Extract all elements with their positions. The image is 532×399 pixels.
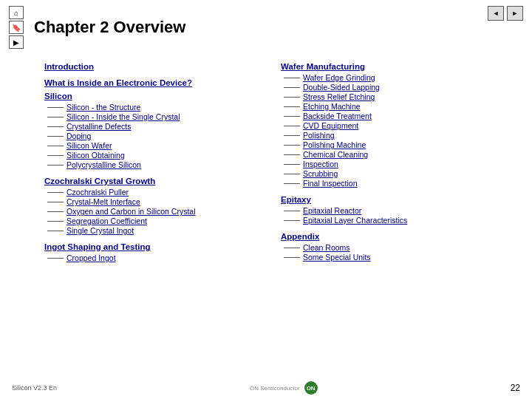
line-indicator [284, 154, 300, 155]
list-item[interactable]: Polishing [281, 131, 488, 140]
section-ingot-shaping[interactable]: Ingot Shaping and Testing [44, 242, 251, 251]
line-indicator [47, 231, 64, 231]
section-epitaxy[interactable]: Epitaxy [281, 195, 488, 204]
section-introduction[interactable]: Introduction [44, 62, 251, 71]
list-item[interactable]: Chemical Cleaning [281, 150, 488, 159]
nav-prev-button[interactable]: ◄ [488, 6, 504, 21]
list-item[interactable]: Silicon - Inside the Single Crystal [44, 112, 251, 121]
list-item[interactable]: Final Inspection [281, 179, 488, 188]
list-item[interactable]: Clean Rooms [281, 243, 488, 252]
main-content: Introduction What is Inside an Electroni… [0, 55, 532, 264]
list-item[interactable]: Czochralski Puller [44, 188, 251, 197]
list-item[interactable]: Epitaxial Reactor [281, 206, 488, 215]
nav-icons-left: ⌂ 🔖 ▶ [9, 6, 24, 49]
line-indicator [47, 258, 64, 259]
section-czochralski[interactable]: Czochralski Crystal Growth [44, 177, 251, 185]
list-item[interactable]: Wafer Edge Grinding [281, 73, 488, 82]
list-item[interactable]: Scrubbing [281, 169, 488, 178]
line-indicator [47, 146, 64, 146]
page-number: 22 [511, 383, 520, 393]
line-indicator [47, 211, 64, 212]
footer-left-text: Silicon V2.3 En [12, 384, 57, 392]
play-icon[interactable]: ▶ [9, 35, 24, 49]
section-silicon[interactable]: Silicon [44, 92, 251, 100]
line-indicator [47, 136, 64, 137]
list-item[interactable]: Doping [44, 132, 251, 140]
epitaxy-sub-items: Epitaxial Reactor Epitaxial Layer Charac… [281, 206, 488, 225]
line-indicator [284, 248, 300, 248]
line-indicator [284, 257, 300, 258]
right-column: Wafer Manufacturing Wafer Edge Grinding … [281, 62, 488, 264]
line-indicator [284, 211, 300, 211]
line-indicator [284, 116, 300, 117]
list-item[interactable]: Crystalline Defects [44, 122, 251, 131]
bookmark-icon[interactable]: 🔖 [9, 21, 24, 34]
line-indicator [47, 202, 64, 202]
list-item[interactable]: Silicon Obtaining [44, 151, 251, 160]
list-item[interactable]: Cropped Ingot [44, 253, 251, 262]
list-item[interactable]: Silicon Wafer [44, 141, 251, 150]
line-indicator [284, 87, 300, 88]
line-indicator [284, 78, 300, 78]
list-item[interactable]: Inspection [281, 160, 488, 168]
line-indicator [284, 126, 300, 126]
section-wafer-manufacturing[interactable]: Wafer Manufacturing [281, 62, 488, 71]
appendix-sub-items: Clean Rooms Some Special Units [281, 243, 488, 262]
list-item[interactable]: Double-Sided Lapping [281, 83, 488, 92]
line-indicator [47, 192, 64, 193]
line-indicator [284, 174, 300, 174]
ingot-sub-items: Cropped Ingot [44, 253, 251, 262]
list-item[interactable]: Epitaxial Layer Characteristics [281, 216, 488, 225]
line-indicator [284, 164, 300, 165]
list-item[interactable]: Oxygen and Carbon in Silicon Crystal [44, 207, 251, 216]
list-item[interactable]: Backside Treatment [281, 112, 488, 120]
left-column: Introduction What is Inside an Electroni… [44, 62, 251, 264]
czochralski-sub-items: Czochralski Puller Crystal-Melt Interfac… [44, 188, 251, 235]
section-appendix[interactable]: Appendix [281, 232, 488, 241]
footer-logo: ON [304, 381, 318, 395]
page-title: Chapter 2 Overview [34, 18, 185, 37]
list-item[interactable]: CVD Equipment [281, 121, 488, 130]
list-item[interactable]: Stress Relief Etching [281, 92, 488, 101]
nav-icons-right: ◄ ► [488, 6, 523, 21]
line-indicator [284, 220, 300, 221]
list-item[interactable]: Polycrystalline Silicon [44, 160, 251, 169]
line-indicator [47, 107, 64, 108]
line-indicator [284, 183, 300, 184]
line-indicator [284, 135, 300, 136]
header: ⌂ 🔖 ▶ Chapter 2 Overview ◄ ► [0, 0, 532, 55]
line-indicator [284, 145, 300, 146]
footer-center: ON Semiconductor ON [250, 381, 318, 395]
line-indicator [47, 117, 64, 117]
wafer-sub-items: Wafer Edge Grinding Double-Sided Lapping… [281, 73, 488, 188]
footer-center-text: ON Semiconductor [250, 385, 300, 392]
line-indicator [47, 155, 64, 156]
footer: Silicon V2.3 En ON Semiconductor ON 22 [0, 381, 532, 395]
list-item[interactable]: Polishing Machine [281, 140, 488, 149]
line-indicator [284, 97, 300, 98]
list-item[interactable]: Etching Machine [281, 102, 488, 111]
nav-next-button[interactable]: ► [507, 6, 523, 21]
list-item[interactable]: Segregation Coefficient [44, 216, 251, 225]
line-indicator [284, 106, 300, 107]
list-item[interactable]: Silicon - the Structure [44, 103, 251, 112]
section-what-is-inside[interactable]: What is Inside an Electronic Device? [44, 78, 251, 87]
line-indicator [47, 126, 64, 127]
list-item[interactable]: Some Special Units [281, 253, 488, 262]
line-indicator [47, 221, 64, 222]
list-item[interactable]: Single Crystal Ingot [44, 226, 251, 235]
list-item[interactable]: Crystal-Melt Interface [44, 197, 251, 206]
line-indicator [47, 165, 64, 166]
home-icon[interactable]: ⌂ [9, 6, 24, 19]
silicon-sub-items: Silicon - the Structure Silicon - Inside… [44, 103, 251, 169]
